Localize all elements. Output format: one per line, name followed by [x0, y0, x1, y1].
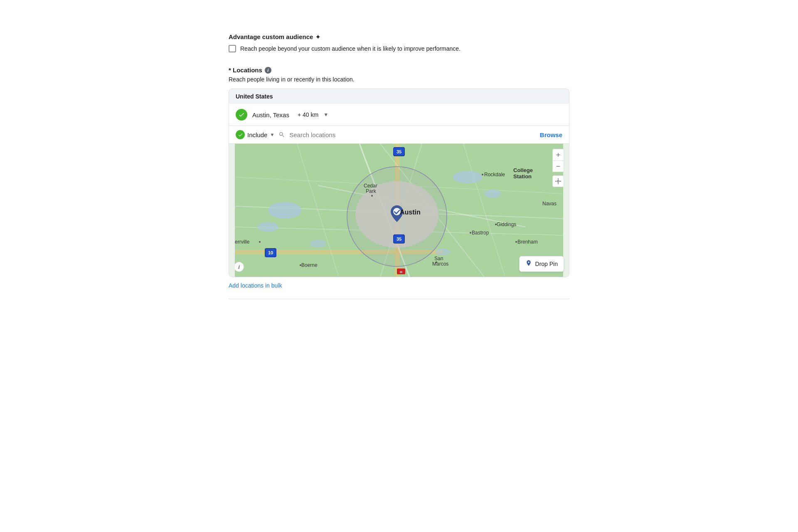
svg-point-37: [482, 174, 483, 175]
zoom-out-button[interactable]: −: [552, 160, 564, 172]
radius-dropdown-arrow[interactable]: ▼: [323, 112, 328, 118]
svg-text:Giddings: Giddings: [497, 222, 516, 227]
locations-label: * Locations: [229, 66, 262, 74]
page-container: Advantage custom audience ✦ Reach people…: [0, 0, 798, 532]
content-area: Advantage custom audience ✦ Reach people…: [212, 33, 586, 299]
include-label: Include: [247, 131, 267, 138]
search-locations-input[interactable]: [289, 131, 536, 138]
svg-text:Navas: Navas: [542, 201, 557, 207]
location-entry: Austin, Texas + 40 km ▼: [229, 104, 569, 126]
svg-point-49: [436, 261, 437, 263]
locations-title: * Locations i: [229, 66, 569, 74]
include-button[interactable]: Include ▼: [236, 130, 274, 139]
map-svg: 35 35 10 H: [229, 144, 569, 277]
search-icon: [278, 131, 285, 138]
locations-subtitle: Reach people living in or recently in th…: [229, 76, 569, 83]
location-city: Austin, Texas: [252, 111, 289, 118]
drop-pin-button[interactable]: Drop Pin: [519, 256, 564, 272]
svg-point-42: [470, 232, 471, 234]
checkmark-icon: [238, 111, 245, 118]
advantage-title: Advantage custom audience ✦: [229, 33, 569, 40]
advantage-checkbox[interactable]: [229, 45, 236, 52]
svg-text:Park: Park: [366, 188, 377, 194]
svg-text:Station: Station: [513, 173, 532, 180]
include-dropdown-arrow: ▼: [270, 132, 274, 137]
locate-icon: [555, 178, 562, 185]
advantage-label: Advantage custom audience: [229, 33, 313, 40]
sparkle-icon: ✦: [315, 34, 320, 40]
advantage-section: Advantage custom audience ✦ Reach people…: [229, 33, 569, 53]
locate-button[interactable]: [552, 175, 564, 187]
svg-point-12: [268, 202, 301, 219]
svg-text:College: College: [513, 167, 533, 173]
include-bar: Include ▼ Browse: [229, 126, 569, 144]
include-pin-icon: [236, 130, 245, 139]
svg-point-15: [484, 190, 501, 198]
include-checkmark-icon: [238, 132, 243, 138]
pin-icon: [525, 260, 532, 266]
svg-text:San: San: [434, 256, 443, 261]
svg-point-51: [300, 264, 301, 266]
checkbox-row: Reach people beyond your custom audience…: [229, 44, 569, 53]
svg-text:Cedar: Cedar: [364, 183, 377, 189]
locations-info-icon[interactable]: i: [265, 67, 271, 74]
svg-text:10: 10: [268, 250, 273, 255]
svg-text:Marcos: Marcos: [432, 261, 448, 267]
map-controls: + −: [552, 149, 564, 187]
svg-text:H: H: [400, 270, 402, 274]
drop-pin-label: Drop Pin: [535, 261, 558, 267]
svg-point-14: [453, 171, 482, 183]
svg-point-17: [435, 249, 450, 255]
location-pin-green-icon: [236, 109, 247, 121]
map-container: 35 35 10 H: [229, 144, 569, 277]
location-country: United States: [229, 89, 569, 104]
svg-point-44: [495, 224, 497, 225]
browse-button[interactable]: Browse: [540, 131, 562, 138]
locations-section: * Locations i Reach people living in or …: [229, 66, 569, 289]
svg-text:Boerne: Boerne: [301, 262, 318, 268]
svg-text:35: 35: [397, 149, 401, 154]
svg-text:Bastrop: Bastrop: [472, 230, 489, 236]
svg-point-13: [258, 222, 278, 232]
svg-text:Brenham: Brenham: [517, 239, 538, 245]
svg-point-35: [371, 195, 373, 197]
add-locations-bulk-link[interactable]: Add locations in bulk: [229, 282, 282, 289]
svg-text:35: 35: [397, 236, 401, 241]
svg-point-16: [310, 239, 326, 248]
section-divider: [229, 299, 569, 299]
search-magnifier-icon: [278, 131, 285, 138]
svg-text:errville: errville: [235, 239, 250, 245]
zoom-in-button[interactable]: +: [552, 149, 564, 160]
drop-pin-icon: [525, 260, 532, 268]
svg-text:Austin: Austin: [400, 209, 421, 216]
map-info-button[interactable]: i: [234, 262, 244, 272]
location-radius: + 40 km: [298, 111, 318, 118]
svg-point-46: [515, 241, 517, 243]
svg-point-54: [557, 180, 559, 182]
advantage-checkbox-label: Reach people beyond your custom audience…: [240, 44, 461, 53]
svg-text:Rockdale: Rockdale: [484, 172, 505, 177]
location-box: United States Austin, Texas + 40 km ▼: [229, 89, 569, 277]
svg-point-53: [259, 241, 261, 243]
